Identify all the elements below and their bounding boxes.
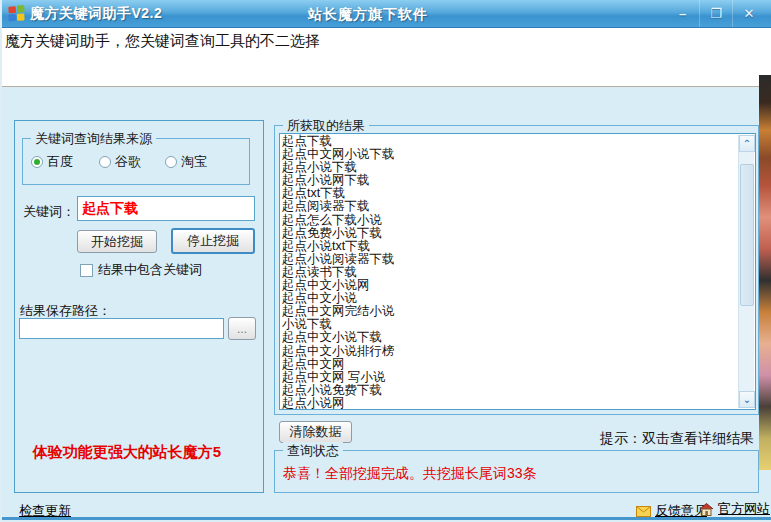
list-item[interactable]: 起点阅读器下载 [282,200,737,213]
list-item[interactable]: 起点中文网 [282,358,737,371]
save-path-input[interactable] [19,318,224,339]
results-list: 起点下载起点中文网小说下载起点小说下载起点小说网下载起点txt下载起点阅读器下载… [282,135,737,410]
promo-text: 体验功能更强大的站长魔方5 [2,443,252,462]
window-title: 魔方关键词助手V2.2 [30,5,162,23]
list-item[interactable]: 起点免费小说下载 [282,227,737,240]
hint-text: 提示：双击查看详细结果 [600,430,754,448]
include-keyword-row: 结果中包含关键词 [80,261,202,279]
results-listbox[interactable]: 起点下载起点中文网小说下载起点小说下载起点小说网下载起点txt下载起点阅读器下载… [279,133,756,410]
radio-icon[interactable] [165,156,177,168]
list-item[interactable]: 起点中文网完结小说 [282,305,737,318]
start-mining-button[interactable]: 开始挖掘 [77,230,157,253]
status-group-title: 查询状态 [283,442,343,460]
radio-icon[interactable] [31,156,43,168]
minimize-button[interactable]: – [666,0,699,27]
results-scrollbar[interactable]: ⌃ ⌄ [738,135,754,408]
list-item[interactable]: 起点小说阅读器下载 [282,253,737,266]
keyword-input[interactable] [77,196,255,221]
source-group-title: 关键词查询结果来源 [31,130,156,148]
close-button[interactable]: ✕ [732,0,765,27]
window-subtitle: 站长魔方旗下软件 [308,6,428,24]
source-groupbox: 关键词查询结果来源 百度谷歌淘宝 [22,138,250,185]
source-radio-2[interactable]: 淘宝 [165,153,207,171]
list-item[interactable]: 起点中文小说下载 [282,331,737,344]
results-groupbox: 所获取的结果 起点下载起点中文网小说下载起点小说下载起点小说网下载起点txt下载… [274,125,759,415]
desktop-wallpaper-strip [759,75,771,470]
scrollbar-thumb[interactable] [740,164,754,306]
home-icon [699,503,714,516]
list-item[interactable]: 起点怎么下载小说 [282,214,737,227]
list-item[interactable]: 起点中文小说排行榜 [282,345,737,358]
window-bottom-border [2,517,771,520]
list-item[interactable]: 起点小说txt下载 [282,240,737,253]
include-keyword-checkbox[interactable] [80,264,93,277]
maximize-button[interactable]: ❐ [699,0,732,27]
radio-label: 淘宝 [181,153,207,171]
stop-mining-button[interactable]: 停止挖掘 [171,228,255,254]
keyword-label: 关键词： [23,203,75,221]
list-item[interactable]: 起点中文网 写小说 [282,371,737,384]
list-item[interactable]: 起点小说网下载 [282,174,737,187]
radio-label: 谷歌 [115,153,141,171]
window-controls: – ❐ ✕ [666,0,765,28]
list-item[interactable]: 起点小说网 [282,397,737,410]
titlebar: 魔方关键词助手V2.2 站长魔方旗下软件 – ❐ ✕ [2,0,771,28]
clear-data-button[interactable]: 清除数据 [279,421,352,443]
source-radio-0[interactable]: 百度 [31,153,73,171]
browse-button[interactable]: ... [228,317,256,340]
scroll-up-icon[interactable]: ⌃ [739,135,755,152]
radio-label: 百度 [47,153,73,171]
banner: 魔方关键词助手，您关键词查询工具的不二选择 [2,28,771,87]
list-item[interactable]: 起点小说免费下载 [282,384,737,397]
scroll-down-icon[interactable]: ⌄ [739,391,755,408]
source-options: 百度谷歌淘宝 [31,153,243,171]
include-keyword-label: 结果中包含关键词 [98,261,202,279]
status-message: 恭喜！全部挖掘完成。共挖掘长尾词33条 [283,465,537,483]
source-radio-1[interactable]: 谷歌 [99,153,141,171]
official-site-link[interactable]: 官方网站 [699,500,770,518]
app-logo-icon [8,5,25,22]
status-groupbox: 查询状态 恭喜！全部挖掘完成。共挖掘长尾词33条 [274,450,759,493]
official-site-label: 官方网站 [718,500,770,518]
banner-text: 魔方关键词助手，您关键词查询工具的不二选择 [5,32,320,51]
app-window: 魔方关键词助手V2.2 站长魔方旗下软件 – ❐ ✕ 魔方关键词助手，您关键词查… [0,0,771,522]
envelope-icon [636,506,651,517]
radio-icon[interactable] [99,156,111,168]
